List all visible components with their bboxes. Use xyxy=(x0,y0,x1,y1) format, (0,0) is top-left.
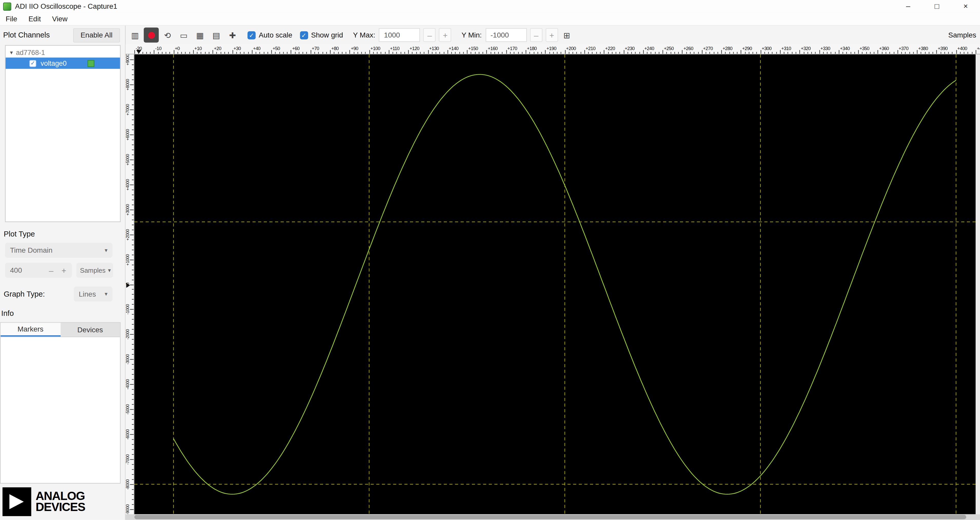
y-minor-tick xyxy=(132,229,134,230)
y-minor-tick xyxy=(132,345,134,345)
x-minor-tick xyxy=(361,52,362,54)
x-minor-tick xyxy=(894,52,894,54)
y-minor-tick xyxy=(132,449,134,450)
x-minor-tick xyxy=(463,52,464,54)
menu-view[interactable]: View xyxy=(46,15,73,22)
x-tick-label: +320 xyxy=(801,46,810,51)
x-tick-label: +340 xyxy=(840,46,850,51)
y-max-increment-button[interactable]: + xyxy=(439,28,452,42)
minimize-button[interactable]: – xyxy=(894,0,923,13)
y-tick-label: +9000 xyxy=(126,54,131,69)
x-tick-label: +240 xyxy=(644,46,654,51)
grid-view-icon[interactable]: ▦ xyxy=(192,27,207,42)
info-panel xyxy=(0,337,121,483)
menu-edit[interactable]: Edit xyxy=(23,15,46,22)
maximize-button[interactable]: □ xyxy=(923,0,951,13)
x-minor-tick xyxy=(283,52,283,54)
tree-expander-icon[interactable]: ▾ xyxy=(10,49,13,55)
x-major-tick xyxy=(252,50,252,54)
x-minor-tick xyxy=(925,52,925,54)
y-minor-tick xyxy=(132,414,134,415)
sample-count-decrement-button[interactable]: – xyxy=(49,266,53,275)
tree-device-row[interactable]: ▾ ad7768-1 xyxy=(6,47,120,57)
show-grid-checkbox[interactable]: ✓ xyxy=(300,31,308,39)
x-major-tick xyxy=(741,50,741,54)
auto-scale-checkbox[interactable]: ✓ xyxy=(248,31,256,39)
x-minor-tick xyxy=(639,52,640,54)
x-major-tick xyxy=(506,50,507,54)
plot-canvas[interactable] xyxy=(134,54,976,514)
x-minor-tick xyxy=(553,52,554,54)
y-minor-tick xyxy=(132,389,134,390)
x-tick-label: +210 xyxy=(586,46,595,51)
info-section-label: Info xyxy=(1,309,125,317)
x-minor-tick xyxy=(228,52,229,54)
y-minor-tick xyxy=(132,369,134,370)
x-major-tick xyxy=(760,50,761,54)
x-minor-tick xyxy=(580,52,581,54)
tab-devices[interactable]: Devices xyxy=(60,323,120,337)
x-minor-tick xyxy=(498,52,499,54)
x-tick-label: +20 xyxy=(214,46,221,51)
y-max-decrement-button[interactable]: – xyxy=(423,28,436,42)
titlebar[interactable]: ADI IIO Oscilloscope - Capture1 – □ × xyxy=(0,0,980,13)
x-minor-tick xyxy=(236,52,237,54)
new-plot-icon[interactable]: ⊞ xyxy=(559,27,574,42)
tree-channel-row[interactable]: ✓ voltage0 xyxy=(6,57,120,69)
x-minor-tick xyxy=(757,52,757,54)
enable-all-button[interactable]: Enable All xyxy=(73,28,120,42)
y-min-increment-button[interactable]: + xyxy=(546,28,558,42)
sample-unit-dropdown[interactable]: Samples ▾ xyxy=(76,263,113,278)
y-min-label: Y Min: xyxy=(461,31,482,39)
sample-count-increment-button[interactable]: + xyxy=(62,266,67,275)
y-minor-tick xyxy=(132,169,134,170)
tab-markers[interactable]: Markers xyxy=(0,323,60,337)
graph-type-dropdown[interactable]: Lines ▾ xyxy=(74,287,112,301)
x-minor-tick xyxy=(259,52,260,54)
y-minor-tick xyxy=(132,324,134,325)
y-minor-tick xyxy=(132,304,134,305)
horizontal-scrollbar[interactable] xyxy=(126,514,980,520)
plot-region: -20-10+0+10+20+30+40+50+60+70+80+90+100+… xyxy=(126,45,980,520)
capture-record-button[interactable] xyxy=(144,27,159,42)
x-major-tick xyxy=(389,50,389,54)
close-button[interactable]: × xyxy=(951,0,980,13)
x-tick-label: +330 xyxy=(821,46,830,51)
channel-checkbox[interactable]: ✓ xyxy=(30,60,37,67)
x-minor-tick xyxy=(831,52,832,54)
panels-icon[interactable]: ▥ xyxy=(127,27,142,42)
menu-file[interactable]: File xyxy=(0,15,23,22)
y-max-input[interactable]: 1000 xyxy=(379,28,420,42)
refresh-icon[interactable]: ⟲ xyxy=(160,27,175,42)
sample-count-stepper[interactable]: 400 – + xyxy=(5,263,72,278)
x-minor-tick xyxy=(647,52,648,54)
x-tick-label: +350 xyxy=(859,46,869,51)
move-icon[interactable]: ✚ xyxy=(225,27,240,42)
y-tick-label: +5000 xyxy=(126,150,131,169)
x-minor-tick xyxy=(675,52,675,54)
x-minor-tick xyxy=(373,52,374,54)
x-minor-tick xyxy=(784,52,784,54)
channel-color-swatch[interactable] xyxy=(88,60,94,67)
horizontal-scrollbar-thumb[interactable] xyxy=(134,515,966,519)
y-minor-tick xyxy=(132,214,134,215)
x-tick-label: +130 xyxy=(429,46,439,51)
x-tick-label: +400 xyxy=(958,46,967,51)
x-minor-tick xyxy=(264,52,264,54)
x-minor-tick xyxy=(326,52,326,54)
y-minor-tick xyxy=(132,354,134,355)
x-minor-tick xyxy=(655,52,655,54)
y-min-input[interactable]: -1000 xyxy=(485,28,527,42)
y-minor-tick xyxy=(132,439,134,440)
plot-type-dropdown[interactable]: Time Domain ▾ xyxy=(5,242,112,258)
sidebar: Plot Channels Enable All ▾ ad7768-1 ✓ vo… xyxy=(0,26,125,520)
x-minor-tick xyxy=(299,52,299,54)
y-minor-tick xyxy=(132,249,134,250)
plot-layout-icon[interactable]: ▤ xyxy=(209,27,224,42)
screenshot-icon[interactable]: ▭ xyxy=(176,27,191,42)
vertical-scrollbar[interactable] xyxy=(976,54,980,514)
y-min-decrement-button[interactable]: – xyxy=(530,28,542,42)
y-minor-tick xyxy=(132,504,134,505)
x-minor-tick xyxy=(432,52,432,54)
x-tick-label: +110 xyxy=(390,46,399,51)
